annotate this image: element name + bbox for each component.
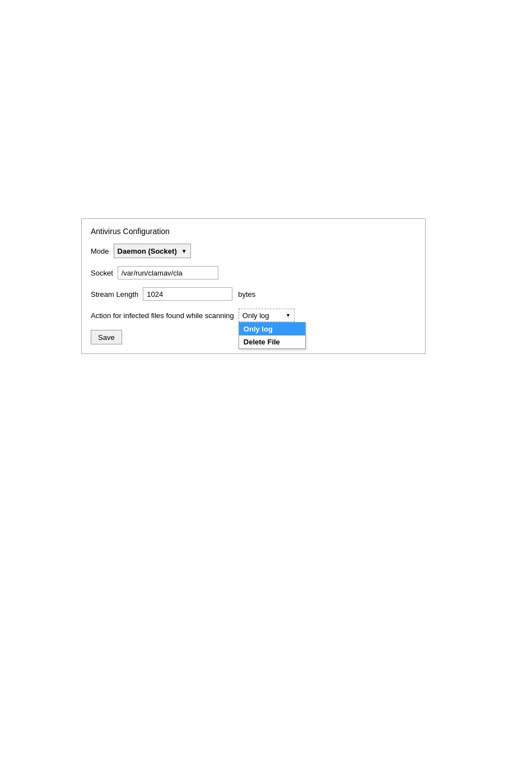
- socket-input[interactable]: [118, 266, 218, 279]
- action-select-arrow-icon: ▼: [286, 313, 291, 318]
- action-select[interactable]: Only log ▼: [239, 309, 295, 322]
- dropdown-option-only-log[interactable]: Only log: [239, 323, 305, 335]
- config-panel: Antivirus Configuration Mode Daemon (Soc…: [81, 218, 426, 354]
- mode-select[interactable]: Daemon (Socket) ▼: [114, 244, 191, 258]
- action-select-value: Only log: [242, 311, 269, 320]
- mode-select-value: Daemon (Socket): [118, 247, 177, 255]
- action-dropdown: Only log Delete File: [239, 322, 306, 349]
- dropdown-option-delete-file[interactable]: Delete File: [239, 335, 305, 348]
- action-row: Action for infected files found while sc…: [91, 309, 416, 322]
- bytes-label: bytes: [238, 290, 255, 299]
- action-select-wrapper: Only log ▼ Only log Delete File: [239, 309, 295, 322]
- stream-length-input[interactable]: [143, 287, 232, 301]
- save-button[interactable]: Save: [91, 330, 122, 344]
- stream-length-row: Stream Length bytes: [91, 287, 416, 301]
- mode-select-arrow-icon: ▼: [181, 248, 187, 254]
- socket-label: Socket: [91, 269, 113, 277]
- page-container: Antivirus Configuration Mode Daemon (Soc…: [0, 0, 532, 774]
- mode-label: Mode: [91, 247, 109, 255]
- socket-row: Socket: [91, 266, 416, 279]
- action-label: Action for infected files found while sc…: [91, 311, 234, 320]
- stream-length-label: Stream Length: [91, 290, 138, 299]
- mode-row: Mode Daemon (Socket) ▼: [91, 244, 416, 258]
- panel-title: Antivirus Configuration: [91, 227, 416, 236]
